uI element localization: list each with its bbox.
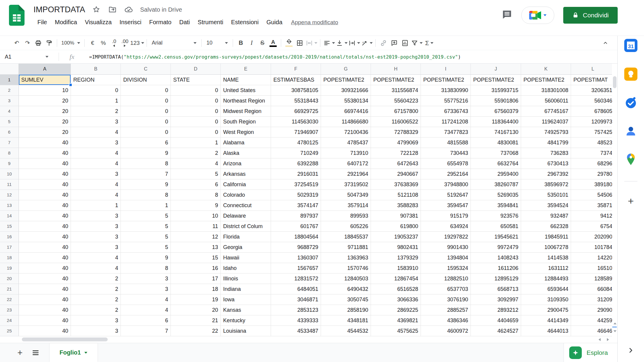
cell-J2[interactable]: 315993715 <box>471 85 521 96</box>
cell-J12[interactable]: 5269035 <box>471 190 521 200</box>
cell-G21[interactable]: 6490432 <box>321 284 371 294</box>
cell-B15[interactable]: 3 <box>71 221 121 232</box>
cell-L18[interactable]: 14220 <box>571 253 615 263</box>
cell-L15[interactable]: 6754 <box>571 221 615 232</box>
cell-I8[interactable]: 730443 <box>421 148 471 158</box>
cell-D5[interactable]: 0 <box>171 117 221 127</box>
cell-D15[interactable]: 11 <box>171 221 221 232</box>
cell-G3[interactable]: 55380134 <box>321 96 371 106</box>
row-header-10[interactable]: 10 <box>0 169 19 179</box>
cell-J8[interactable]: 737068 <box>471 148 521 158</box>
insert-chart-button[interactable] <box>400 37 410 49</box>
cell-L14[interactable]: 9412 <box>571 211 615 221</box>
cell-L9[interactable]: 68296 <box>571 158 615 169</box>
menu-formato[interactable]: Formato <box>145 17 175 27</box>
row-header-24[interactable]: 24 <box>0 315 19 326</box>
cell-C8[interactable]: 9 <box>121 148 171 158</box>
cell-I4[interactable]: 67336743 <box>421 106 471 117</box>
cell-E2[interactable]: United States <box>221 85 271 96</box>
row-header-6[interactable]: 6 <box>0 127 19 138</box>
cell-C14[interactable]: 5 <box>121 211 171 221</box>
cell-J24[interactable]: 4404659 <box>471 315 521 326</box>
cell-F21[interactable]: 6484051 <box>271 284 321 294</box>
column-header-K[interactable]: K <box>521 64 571 75</box>
row-header-9[interactable]: 9 <box>0 158 19 169</box>
row-header-7[interactable]: 7 <box>0 138 19 148</box>
cell-A16[interactable]: 40 <box>19 232 71 242</box>
cell-C13[interactable]: 1 <box>121 200 171 211</box>
cell-I10[interactable]: 2952164 <box>421 169 471 179</box>
borders-button[interactable] <box>294 37 305 49</box>
cell-C18[interactable]: 9 <box>121 253 171 263</box>
cell-F7[interactable]: 4780125 <box>271 138 321 148</box>
cell-F15[interactable]: 601767 <box>271 221 321 232</box>
cell-J11[interactable]: 38260787 <box>471 179 521 190</box>
cell-B1[interactable]: REGION <box>71 75 121 85</box>
cell-B5[interactable]: 3 <box>71 117 121 127</box>
cell-F20[interactable]: 12831572 <box>271 274 321 284</box>
meet-button[interactable] <box>521 7 554 24</box>
comment-history-icon[interactable] <box>502 9 512 21</box>
cell-K8[interactable]: 736283 <box>521 148 571 158</box>
cell-A10[interactable]: 40 <box>19 169 71 179</box>
cell-E14[interactable]: Delaware <box>221 211 271 221</box>
horizontal-align-button[interactable] <box>323 37 335 49</box>
cell-G15[interactable]: 605226 <box>321 221 371 232</box>
cell-B7[interactable]: 3 <box>71 138 121 148</box>
cell-C6[interactable]: 0 <box>121 127 171 138</box>
cell-A2[interactable]: 10 <box>19 85 71 96</box>
cell-C15[interactable]: 5 <box>121 221 171 232</box>
name-box-caret[interactable] <box>45 56 48 58</box>
cell-B12[interactable]: 4 <box>71 190 121 200</box>
row-header-1[interactable]: 1 <box>0 75 19 85</box>
cell-C7[interactable]: 6 <box>121 138 171 148</box>
cell-K1[interactable]: POPESTIMATE2 <box>521 75 571 85</box>
cell-E23[interactable]: Kansas <box>221 305 271 315</box>
cell-C9[interactable]: 8 <box>121 158 171 169</box>
cell-E21[interactable]: Indiana <box>221 284 271 294</box>
cell-A1[interactable]: SUMLEV <box>19 75 71 85</box>
cell-B11[interactable]: 4 <box>71 179 121 190</box>
cell-K4[interactable]: 67745167 <box>521 106 571 117</box>
cell-H21[interactable]: 6516528 <box>371 284 421 294</box>
cell-G7[interactable]: 4785437 <box>321 138 371 148</box>
cell-I23[interactable]: 2885257 <box>421 305 471 315</box>
cell-B16[interactable]: 3 <box>71 232 121 242</box>
cell-E4[interactable]: Midwest Region <box>221 106 271 117</box>
cell-L24[interactable]: 44259 <box>571 315 615 326</box>
row-header-3[interactable]: 3 <box>0 96 19 106</box>
share-button[interactable]: Condividi <box>563 7 618 24</box>
cell-E20[interactable]: Illinois <box>221 274 271 284</box>
cell-I25[interactable]: 4600972 <box>421 326 471 336</box>
cell-C17[interactable]: 5 <box>121 242 171 253</box>
cell-J25[interactable]: 4624527 <box>471 326 521 336</box>
cell-A21[interactable]: 40 <box>19 284 71 294</box>
cell-H9[interactable]: 6472643 <box>371 158 421 169</box>
cell-A4[interactable]: 20 <box>19 106 71 117</box>
cell-C22[interactable]: 4 <box>121 294 171 305</box>
merge-cells-button[interactable] <box>305 37 318 49</box>
cell-I2[interactable]: 313830990 <box>421 85 471 96</box>
row-header-17[interactable]: 17 <box>0 242 19 253</box>
cell-G23[interactable]: 2858190 <box>321 305 371 315</box>
row-header-12[interactable]: 12 <box>0 190 19 200</box>
column-header-C[interactable]: C <box>121 64 171 75</box>
explore-button[interactable]: Esplora <box>564 343 617 362</box>
cell-C16[interactable]: 5 <box>121 232 171 242</box>
menu-strumenti[interactable]: Strumenti <box>194 17 227 27</box>
cell-E18[interactable]: Hawaii <box>221 253 271 263</box>
bold-button[interactable]: B <box>235 37 246 49</box>
horizontal-scrollbar[interactable] <box>0 336 617 343</box>
cell-G13[interactable]: 3579114 <box>321 200 371 211</box>
vertical-align-button[interactable] <box>335 37 348 49</box>
cell-L13[interactable]: 35871 <box>571 200 615 211</box>
cell-H7[interactable]: 4799069 <box>371 138 421 148</box>
row-header-19[interactable]: 19 <box>0 263 19 274</box>
scroll-up-arrow-icon[interactable] <box>613 323 616 324</box>
cell-K9[interactable]: 6730413 <box>521 158 571 169</box>
cell-H8[interactable]: 722128 <box>371 148 421 158</box>
cell-K15[interactable]: 662328 <box>521 221 571 232</box>
cell-I12[interactable]: 5192647 <box>421 190 471 200</box>
increase-decimal-button[interactable]: .00 <box>119 37 130 49</box>
star-icon[interactable] <box>91 4 101 15</box>
